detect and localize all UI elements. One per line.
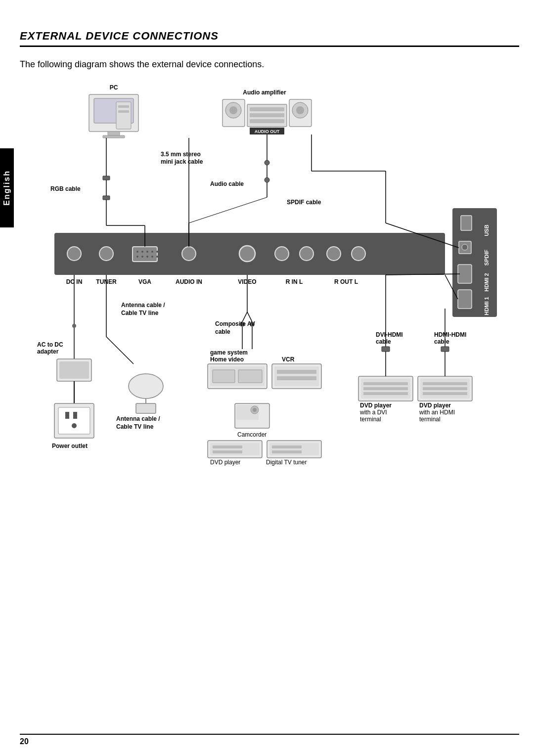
r-out-l-label: R OUT L [334, 278, 358, 285]
intro-text: The following diagram shows the external… [20, 59, 519, 70]
svg-point-6 [151, 251, 153, 253]
svg-rect-37 [250, 119, 284, 123]
antenna-top-label: Antenna cable / [121, 302, 165, 309]
svg-rect-43 [103, 176, 110, 180]
svg-rect-116 [423, 392, 467, 395]
section-title: EXTERNAL DEVICE CONNECTIONS [20, 30, 519, 43]
svg-rect-92 [277, 376, 316, 380]
svg-rect-121 [441, 347, 449, 352]
audio-out-label: AUDIO OUT [255, 129, 280, 134]
svg-rect-69 [58, 407, 90, 434]
page-footer: 20 [20, 734, 519, 746]
pc-device-label: PC [110, 84, 118, 91]
diagram-svg: DC IN TUNER VGA AUDIO IN VIDEO [30, 80, 509, 510]
svg-rect-23 [458, 290, 472, 309]
svg-point-9 [141, 256, 143, 258]
svg-point-10 [146, 256, 148, 258]
svg-text:terminal: terminal [360, 416, 381, 423]
svg-text:cable: cable [215, 328, 230, 335]
svg-point-17 [327, 247, 341, 261]
svg-rect-88 [238, 370, 262, 383]
camcorder-label: Camcorder [237, 431, 267, 438]
svg-point-52 [265, 160, 269, 165]
svg-text:game system: game system [210, 349, 248, 356]
svg-point-4 [141, 251, 143, 253]
svg-rect-99 [213, 445, 242, 448]
svg-point-21 [462, 244, 468, 250]
svg-rect-102 [269, 443, 319, 455]
svg-line-74 [106, 337, 134, 364]
svg-point-40 [296, 106, 304, 114]
svg-rect-114 [423, 382, 467, 385]
svg-rect-115 [423, 387, 467, 390]
stereo-cable-text: 3.5 mm stereo [161, 151, 201, 158]
svg-text:cable: cable [376, 338, 391, 345]
language-tab: English [0, 148, 14, 227]
svg-point-14 [239, 246, 255, 262]
diagram-container: DC IN TUNER VGA AUDIO IN VIDEO [30, 80, 509, 510]
hdmi2-text: HDMI 2 [484, 273, 490, 291]
spdif-cable-text: SPDIF cable [287, 199, 321, 206]
svg-point-13 [182, 247, 196, 261]
digital-tv-label: Digital TV tuner [266, 459, 307, 466]
svg-rect-2 [133, 247, 157, 262]
dvd-dvi-label: DVD player [360, 402, 392, 409]
svg-rect-26 [108, 132, 120, 135]
svg-rect-30 [118, 110, 129, 113]
svg-point-96 [253, 408, 257, 412]
svg-rect-19 [461, 216, 472, 230]
svg-rect-100 [213, 450, 242, 453]
svg-point-33 [229, 106, 237, 114]
svg-rect-70 [65, 412, 69, 419]
dvd-hdmi-label: DVD player [419, 402, 451, 409]
svg-point-16 [300, 247, 313, 261]
svg-text:adapter: adapter [37, 348, 59, 355]
svg-rect-35 [250, 107, 284, 111]
svg-rect-22 [458, 265, 472, 283]
svg-rect-103 [272, 445, 302, 448]
svg-rect-104 [272, 450, 302, 453]
title-divider [20, 45, 519, 47]
svg-rect-29 [118, 105, 129, 108]
hdmi-hdmi-label: HDMI-HDMI [434, 331, 466, 338]
svg-rect-66 [59, 361, 89, 379]
svg-point-8 [136, 256, 138, 258]
svg-rect-27 [103, 135, 125, 138]
svg-text:Cable TV line: Cable TV line [116, 423, 154, 430]
svg-text:cable: cable [434, 338, 449, 345]
svg-line-56 [189, 197, 267, 223]
rgb-cable-text: RGB cable [50, 185, 81, 192]
svg-rect-87 [213, 370, 235, 383]
svg-point-18 [352, 247, 365, 261]
svg-point-12 [156, 256, 158, 258]
vcr-label: VCR [282, 356, 295, 363]
svg-text:mini jack cable: mini jack cable [161, 158, 203, 165]
svg-rect-77 [136, 403, 156, 413]
audio-in-label: AUDIO IN [176, 278, 202, 285]
hdmi1-text: HDMI 1 [484, 297, 490, 315]
svg-point-63 [72, 324, 76, 328]
audio-cable-text: Audio cable [210, 180, 244, 187]
svg-rect-91 [277, 370, 316, 374]
svg-rect-98 [210, 443, 260, 455]
page-number: 20 [20, 737, 29, 746]
svg-rect-108 [363, 382, 408, 385]
antenna-bottom-label: Antenna cable / [116, 415, 160, 422]
svg-point-75 [129, 374, 163, 399]
dvd-bottom-label: DVD player [210, 459, 240, 466]
svg-point-7 [156, 251, 158, 253]
usb-text: USB [484, 224, 490, 236]
svg-text:with a DVI: with a DVI [359, 409, 387, 416]
r-in-l-label: R IN L [286, 278, 303, 285]
dvi-hdmi-label: DVI-HDMI [376, 331, 403, 338]
svg-point-11 [151, 256, 153, 258]
vga-label: VGA [138, 278, 151, 285]
svg-rect-36 [250, 113, 284, 117]
svg-rect-110 [363, 392, 408, 395]
svg-point-54 [265, 178, 269, 182]
composite-label: Composite AV [215, 320, 255, 327]
svg-rect-45 [103, 196, 110, 200]
home-video-label: Home video [210, 356, 244, 363]
svg-point-0 [67, 247, 81, 261]
svg-text:with an HDMI: with an HDMI [419, 409, 455, 416]
